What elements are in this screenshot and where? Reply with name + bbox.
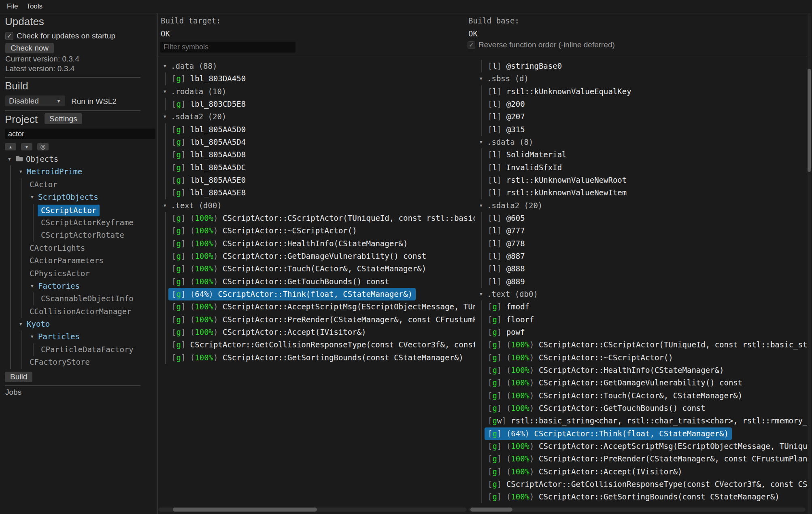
startup-update-checkbox[interactable]: ✓ Check for updates on startup: [5, 32, 115, 40]
symbol-row[interactable]: [g] lbl_805AA5D0: [158, 123, 475, 136]
symbol-row[interactable]: [l] rstl::kUnknownValueNewRoot: [474, 174, 807, 186]
collapse-icon[interactable]: ▼: [8, 153, 11, 165]
menu-item-tools[interactable]: Tools: [26, 2, 43, 11]
tree-row[interactable]: CFactoryStore: [0, 356, 158, 368]
section-row[interactable]: ▼.text (db0): [474, 288, 807, 300]
symbol-row[interactable]: [l] @605: [474, 212, 807, 224]
symbol-row[interactable]: [g] fmodf: [474, 300, 807, 313]
symbol-row[interactable]: [g] lbl_805AA5D8: [158, 148, 475, 161]
tree-row[interactable]: CActorParameters: [0, 254, 158, 267]
section-row[interactable]: ▼.sdata2 (20): [158, 110, 475, 123]
symbol-row[interactable]: [g] (100%) CScriptActor::AcceptScriptMsg…: [158, 300, 475, 313]
tree-row[interactable]: CParticleDataFactory: [0, 343, 158, 356]
project-search-input[interactable]: [5, 129, 155, 139]
v-scrollbar-thumb[interactable]: [808, 69, 811, 172]
symbol-row[interactable]: [g] (100%) CScriptActor::Touch(CActor&, …: [158, 262, 475, 275]
tree-row[interactable]: ▼Objects: [0, 153, 158, 165]
tree-row[interactable]: ▼Particles: [0, 330, 158, 343]
symbol-row[interactable]: [g] (100%) CScriptActor::AcceptScriptMsg…: [474, 440, 807, 453]
symbol-row[interactable]: [g] (100%) CScriptActor::CScriptActor(TU…: [474, 338, 807, 351]
symbol-row[interactable]: [g] (100%) CScriptActor::~CScriptActor(): [158, 224, 475, 237]
symbol-row[interactable]: [g] (100%) CScriptActor::GetDamageVulner…: [474, 377, 807, 389]
symbol-row[interactable]: [g] (100%) CScriptActor::GetDamageVulner…: [158, 250, 475, 262]
locate-button[interactable]: ◎: [37, 143, 49, 150]
search-next-button[interactable]: ▼: [21, 143, 32, 150]
tree-row[interactable]: CScannableObjectInfo: [0, 292, 158, 305]
collapse-icon[interactable]: ▼: [480, 199, 483, 212]
section-row[interactable]: ▼.data (88): [158, 60, 475, 72]
menu-item-file[interactable]: File: [7, 2, 18, 11]
symbol-row[interactable]: [g] (100%) CScriptActor::Touch(CActor&, …: [474, 389, 807, 402]
symbol-row[interactable]: [g] (100%) CScriptActor::GetTouchBounds(…: [158, 275, 475, 288]
collapse-icon[interactable]: ▼: [31, 330, 34, 343]
symbol-row[interactable]: [g] (100%) CScriptActor::HealthInfo(CSta…: [158, 237, 475, 250]
search-prev-button[interactable]: ▲: [5, 143, 16, 150]
symbol-row[interactable]: [g] (100%) CScriptActor::HealthInfo(CSta…: [474, 364, 807, 377]
symbol-row[interactable]: [g] (64%) CScriptActor::Think(float, CSt…: [474, 427, 807, 440]
section-row[interactable]: ▼.sbss (d): [474, 72, 807, 85]
symbol-row[interactable]: [g] CScriptActor::GetCollisionResponseTy…: [474, 478, 807, 491]
tree-row[interactable]: ▼Kyoto: [0, 318, 158, 330]
symbol-row[interactable]: [l] @207: [474, 110, 807, 123]
symbol-row[interactable]: [g] lbl_805AA5D4: [158, 136, 475, 148]
symbol-row[interactable]: [l] @888: [474, 262, 807, 275]
symbol-row[interactable]: [g] (100%) CScriptActor::PreRender(CStat…: [474, 453, 807, 465]
collapse-icon[interactable]: ▼: [31, 280, 34, 292]
symbol-row[interactable]: [l] @887: [474, 250, 807, 262]
symbol-row[interactable]: [l] @778: [474, 237, 807, 250]
symbol-row[interactable]: [g] lbl_805AA5DC: [158, 161, 475, 174]
symbol-row[interactable]: [l] @315: [474, 123, 807, 136]
collapse-icon[interactable]: ▼: [164, 60, 166, 72]
symbol-row[interactable]: [g] (100%) CScriptActor::GetTouchBounds(…: [474, 402, 807, 415]
symbol-row[interactable]: [gw] rstl::basic_string<char, rstl::char…: [474, 415, 807, 427]
symbol-row[interactable]: [g] (64%) CScriptActor::Think(float, CSt…: [158, 288, 475, 300]
symbol-row[interactable]: [g] lbl_805AA5E0: [158, 174, 475, 186]
symbol-row[interactable]: [g] CScriptActor::GetCollisionResponseTy…: [158, 338, 475, 351]
symbol-row[interactable]: [l] @200: [474, 98, 807, 110]
base-h-scrollbar-track[interactable]: [468, 508, 806, 512]
symbol-row[interactable]: [l] rstl::kUnknownValueNewItem: [474, 186, 807, 199]
symbol-row[interactable]: [g] lbl_805AA5E8: [158, 186, 475, 199]
collapse-icon[interactable]: ▼: [19, 165, 22, 178]
collapse-icon[interactable]: ▼: [164, 110, 166, 123]
symbol-row[interactable]: [g] (100%) CScriptActor::GetSortingBound…: [474, 491, 807, 503]
target-h-scrollbar-thumb[interactable]: [173, 508, 317, 512]
collapse-icon[interactable]: ▼: [19, 318, 22, 330]
symbol-row[interactable]: [l] SolidMaterial: [474, 148, 807, 161]
symbol-row[interactable]: [l] @777: [474, 224, 807, 237]
reverse-order-checkbox[interactable]: ✓ Reverse function order (-inline deferr…: [468, 40, 615, 49]
collapse-icon[interactable]: ▼: [480, 288, 483, 300]
symbol-row[interactable]: [g] lbl_803DA450: [158, 72, 475, 85]
collapse-icon[interactable]: ▼: [480, 72, 483, 85]
symbol-row[interactable]: [l] InvalidSfxId: [474, 161, 807, 174]
tree-row[interactable]: CScriptActor: [0, 204, 158, 216]
symbol-row[interactable]: [g] (100%) CScriptActor::CScriptActor(TU…: [158, 212, 475, 224]
symbol-row[interactable]: [g] (100%) CScriptActor::PreRender(CStat…: [158, 313, 475, 326]
build-mode-dropdown[interactable]: Disabled ▼: [5, 95, 65, 106]
section-row[interactable]: ▼.rodata (10): [158, 85, 475, 98]
symbol-row[interactable]: [l] @stringBase0: [474, 60, 807, 72]
settings-button[interactable]: Settings: [45, 113, 82, 124]
symbol-row[interactable]: [l] rstl::kUnknownValueEqualKey: [474, 85, 807, 98]
section-row[interactable]: ▼.sdata (8): [474, 136, 807, 148]
collapse-icon[interactable]: ▼: [31, 191, 34, 203]
section-row[interactable]: ▼.text (d00): [158, 199, 475, 212]
tree-row[interactable]: CActorLights: [0, 242, 158, 254]
wsl-label[interactable]: Run in WSL2: [71, 97, 117, 106]
collapse-icon[interactable]: ▼: [164, 85, 166, 98]
tree-row[interactable]: CScriptActorKeyframe: [0, 216, 158, 229]
symbol-row[interactable]: [g] (100%) CScriptActor::Accept(IVisitor…: [158, 326, 475, 338]
symbol-row[interactable]: [g] (100%) CScriptActor::GetSortingBound…: [158, 351, 475, 364]
symbol-row[interactable]: [g] powf: [474, 326, 807, 338]
build-button[interactable]: Build: [5, 372, 32, 382]
symbol-row[interactable]: [g] floorf: [474, 313, 807, 326]
tree-row[interactable]: CScriptActorRotate: [0, 229, 158, 241]
base-h-scrollbar-thumb[interactable]: [470, 508, 512, 512]
collapse-icon[interactable]: ▼: [480, 136, 483, 148]
symbol-row[interactable]: [g] (100%) CScriptActor::~CScriptActor(): [474, 351, 807, 364]
tree-row[interactable]: CActor: [0, 178, 158, 191]
tree-row[interactable]: CCollisionActorManager: [0, 305, 158, 318]
symbol-row[interactable]: [l] @889: [474, 275, 807, 288]
symbol-row[interactable]: [g] lbl_803CD5E8: [158, 98, 475, 110]
symbol-row[interactable]: [g] (100%) CScriptActor::Accept(IVisitor…: [474, 465, 807, 478]
